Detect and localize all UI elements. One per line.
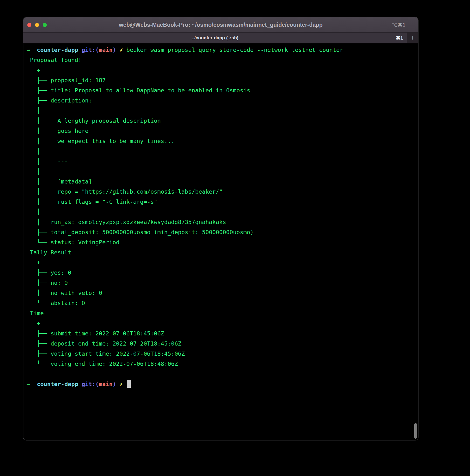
- prompt-git-suffix: ): [113, 381, 120, 388]
- command-text: beaker wasm proposal query store-code --…: [126, 47, 343, 53]
- prompt-line-2: → counter-dapp git:(main) ✗: [27, 379, 414, 389]
- traffic-lights: [27, 17, 47, 32]
- prompt-arrow-icon: →: [27, 381, 37, 388]
- tab-shortcut-label: ⌘1: [396, 35, 403, 41]
- terminal-cursor: [127, 380, 131, 388]
- prompt-git-suffix: ): [113, 47, 120, 53]
- tab-bar: ../counter-dapp (-zsh) ⌘1 +: [23, 32, 418, 43]
- proposal-output: Proposal found! + ├── proposal_id: 187 ├…: [27, 55, 414, 247]
- prompt-git-branch: main: [99, 47, 113, 53]
- plus-icon: +: [410, 34, 415, 41]
- tab-label: ../counter-dapp (-zsh): [192, 35, 238, 40]
- new-tab-button[interactable]: +: [407, 33, 418, 43]
- titlebar[interactable]: web@Webs-MacBook-Pro: ~/osmo/cosmwasm/ma…: [23, 17, 418, 32]
- prompt-dirty-icon: ✗: [120, 381, 126, 388]
- minimize-button[interactable]: [35, 23, 39, 27]
- prompt-directory: counter-dapp: [37, 47, 82, 53]
- prompt-git-branch: main: [99, 381, 113, 388]
- prompt-git-prefix: git:(: [82, 381, 99, 388]
- tab-counter-dapp[interactable]: ../counter-dapp (-zsh) ⌘1: [23, 33, 407, 43]
- prompt-directory: counter-dapp: [37, 381, 82, 388]
- scrollbar-thumb[interactable]: [414, 423, 417, 439]
- window-title: web@Webs-MacBook-Pro: ~/osmo/cosmwasm/ma…: [119, 22, 323, 28]
- zoom-button[interactable]: [43, 23, 47, 27]
- terminal-screen[interactable]: → counter-dapp git:(main) ✗ beaker wasm …: [23, 43, 418, 440]
- prompt-git-prefix: git:(: [82, 47, 99, 53]
- titlebar-shortcut-label: ⌥⌘1: [392, 22, 405, 28]
- time-output: Time + ├── submit_time: 2022-07-06T18:45…: [27, 308, 414, 369]
- tally-result-output: Tally Result + ├── yes: 0 ├── no: 0 ├── …: [27, 247, 414, 308]
- prompt-line-1: → counter-dapp git:(main) ✗ beaker wasm …: [27, 45, 414, 55]
- prompt-arrow-icon: →: [27, 47, 37, 53]
- close-button[interactable]: [27, 23, 31, 27]
- terminal-window: web@Webs-MacBook-Pro: ~/osmo/cosmwasm/ma…: [23, 17, 418, 440]
- prompt-dirty-icon: ✗: [120, 47, 126, 53]
